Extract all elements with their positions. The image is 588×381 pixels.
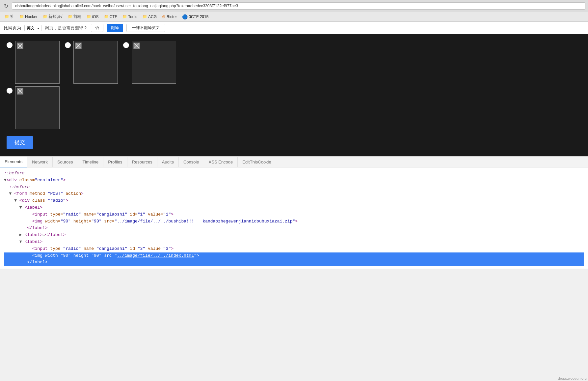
tab-console[interactable]: Console [179,157,204,167]
bookmarks-bar: 社 Hacker 新知识√ 前端 iOS CTF Tools ACG ⊕ Ric… [0,12,588,22]
image-box-2 [73,41,118,84]
code-line-9: </label> [4,225,584,232]
image-box-3 [132,41,176,84]
submit-area: 提交 [7,136,581,149]
code-line-4: ▼ <form method="POST" action> [4,190,584,197]
no-translate-button[interactable]: 否 [91,24,103,32]
image-row-2 [7,86,581,129]
code-line-14: </label> [4,259,584,266]
code-line-8: <img width="90" height="90" src="../imag… [4,218,584,225]
image-row-1 [7,41,581,84]
code-line-11: ▼ <label> [4,239,584,246]
link-index[interactable]: ../image/file/../../index.html [117,253,194,258]
image-box-4 [15,86,60,129]
radio-item-3 [123,41,176,84]
radio-button-2[interactable] [65,42,71,48]
code-line-3: ::before [4,184,584,191]
never-translate-button[interactable]: 一律不翻译英文 [126,24,165,32]
main-content-area: 提交 [0,34,588,156]
broken-image-2 [75,43,82,49]
tab-elements[interactable]: Elements [0,157,27,167]
radio-item-2 [65,41,118,84]
nav-bar: ↻ xishouliangmixiadedanlingjiahaha.alict… [0,0,588,12]
tab-resources[interactable]: Resources [127,157,157,167]
code-panel: ::before ▼<div class="container"> ::befo… [0,167,588,269]
broken-image-3 [133,43,140,49]
code-line-10: ▶ <label>…</label> [4,232,584,239]
translate-button[interactable]: 翻译 [107,24,123,32]
browser-chrome: ↻ xishouliangmixiadedanlingjiahaha.alict… [0,0,588,22]
devtools-panel: Elements Network Sources Timeline Profil… [0,156,588,269]
broken-image-4 [17,88,23,95]
tab-sources[interactable]: Sources [53,157,78,167]
code-line-7: <input type="radio" name="canglaoshi" id… [4,211,584,218]
link-bushiba[interactable]: ../image/file/../../bushiba!!! kandaozhe… [117,219,292,224]
bookmark-frontend[interactable]: 前端 [66,13,83,20]
language-select-wrap[interactable]: 英文 [24,25,41,31]
tab-profiles[interactable]: Profiles [103,157,127,167]
code-line-2: ▼<div class="container"> [4,177,584,184]
tab-audits[interactable]: Audits [157,157,179,167]
image-box-1 [15,41,60,84]
watermark: drops.wooyun.org [558,376,587,380]
bookmark-she[interactable]: 社 [3,13,16,20]
bookmark-hacker[interactable]: Hacker [17,14,40,20]
bookmark-acg[interactable]: ACG [141,14,159,20]
image-grid [7,41,581,129]
radio-item-1 [7,41,60,84]
tab-xss-encode[interactable]: XSS Encode [204,157,238,167]
code-line-13: <img width="90" height="90" src="../imag… [4,252,584,259]
radio-button-1[interactable] [7,42,13,48]
address-bar[interactable]: xishouliangmixiadedanlingjiahaha.alictf.… [12,2,585,10]
tab-edit-this-cookie[interactable]: EditThisCookie [238,157,276,167]
bookmark-0ctf[interactable]: 🔵 0CTF 2015 [180,14,210,20]
translate-prefix-label: 比网页为 [4,25,21,31]
code-line-6: ▼ <label> [4,204,584,211]
translate-question: 网页，是否需要翻译？ [45,25,88,31]
bookmark-ricter[interactable]: ⊕ Ricter [160,14,179,20]
code-line-1: ::before [4,170,584,177]
bookmark-xinzhishi[interactable]: 新知识√ [41,13,65,20]
refresh-button[interactable]: ↻ [3,3,9,9]
submit-button[interactable]: 提交 [7,136,33,149]
bookmark-tools[interactable]: Tools [120,14,139,20]
bookmark-ctf[interactable]: CTF [102,14,119,20]
radio-button-3[interactable] [123,42,129,48]
radio-button-4[interactable] [7,88,13,94]
tab-timeline[interactable]: Timeline [78,157,104,167]
translate-bar: 比网页为 英文 网页，是否需要翻译？ 否 翻译 一律不翻译英文 [0,22,588,34]
broken-image-1 [17,43,23,49]
code-line-5: ▼ <div class="radio"> [4,197,584,204]
radio-item-4 [7,86,60,129]
bookmark-ios[interactable]: iOS [85,14,101,20]
language-select[interactable]: 英文 [24,25,41,31]
devtools-tabs: Elements Network Sources Timeline Profil… [0,157,588,167]
code-line-12: <input type="radio" name="canglaoshi" id… [4,246,584,252]
tab-network[interactable]: Network [27,157,53,167]
